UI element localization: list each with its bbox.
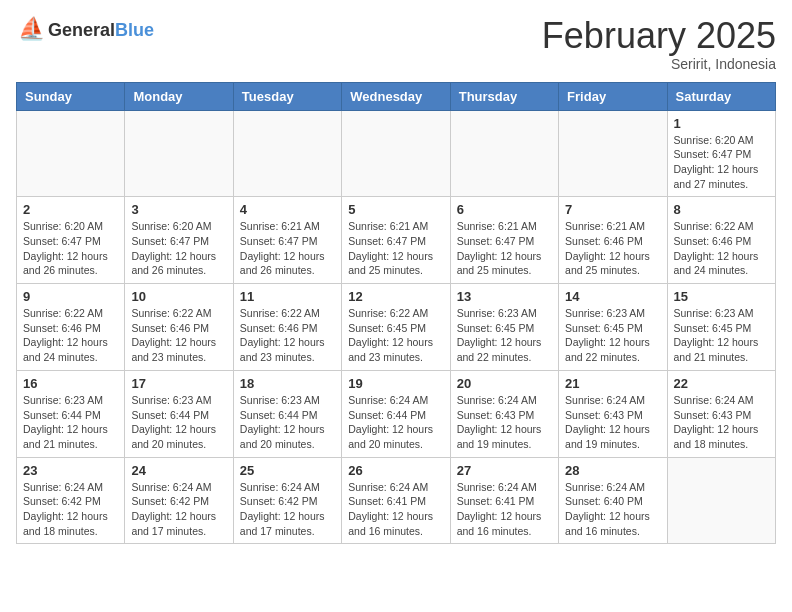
day-info: Sunrise: 6:21 AM Sunset: 6:47 PM Dayligh… bbox=[348, 219, 443, 278]
day-info: Sunrise: 6:24 AM Sunset: 6:42 PM Dayligh… bbox=[240, 480, 335, 539]
day-info: Sunrise: 6:20 AM Sunset: 6:47 PM Dayligh… bbox=[131, 219, 226, 278]
day-number: 20 bbox=[457, 376, 552, 391]
day-info: Sunrise: 6:24 AM Sunset: 6:40 PM Dayligh… bbox=[565, 480, 660, 539]
calendar-week-1: 1Sunrise: 6:20 AM Sunset: 6:47 PM Daylig… bbox=[17, 110, 776, 197]
calendar-cell: 21Sunrise: 6:24 AM Sunset: 6:43 PM Dayli… bbox=[559, 370, 667, 457]
calendar-cell bbox=[667, 457, 775, 544]
calendar-cell bbox=[450, 110, 558, 197]
calendar-cell: 17Sunrise: 6:23 AM Sunset: 6:44 PM Dayli… bbox=[125, 370, 233, 457]
day-info: Sunrise: 6:23 AM Sunset: 6:44 PM Dayligh… bbox=[240, 393, 335, 452]
weekday-header-sunday: Sunday bbox=[17, 82, 125, 110]
day-info: Sunrise: 6:23 AM Sunset: 6:45 PM Dayligh… bbox=[457, 306, 552, 365]
day-number: 6 bbox=[457, 202, 552, 217]
day-number: 7 bbox=[565, 202, 660, 217]
day-number: 16 bbox=[23, 376, 118, 391]
calendar-cell: 24Sunrise: 6:24 AM Sunset: 6:42 PM Dayli… bbox=[125, 457, 233, 544]
day-number: 15 bbox=[674, 289, 769, 304]
calendar-cell: 20Sunrise: 6:24 AM Sunset: 6:43 PM Dayli… bbox=[450, 370, 558, 457]
day-number: 26 bbox=[348, 463, 443, 478]
calendar-cell bbox=[233, 110, 341, 197]
day-info: Sunrise: 6:22 AM Sunset: 6:46 PM Dayligh… bbox=[674, 219, 769, 278]
day-number: 12 bbox=[348, 289, 443, 304]
calendar-table: SundayMondayTuesdayWednesdayThursdayFrid… bbox=[16, 82, 776, 545]
day-number: 1 bbox=[674, 116, 769, 131]
day-info: Sunrise: 6:22 AM Sunset: 6:46 PM Dayligh… bbox=[131, 306, 226, 365]
calendar-cell: 5Sunrise: 6:21 AM Sunset: 6:47 PM Daylig… bbox=[342, 197, 450, 284]
day-info: Sunrise: 6:24 AM Sunset: 6:42 PM Dayligh… bbox=[23, 480, 118, 539]
day-number: 14 bbox=[565, 289, 660, 304]
calendar-cell: 1Sunrise: 6:20 AM Sunset: 6:47 PM Daylig… bbox=[667, 110, 775, 197]
calendar-week-5: 23Sunrise: 6:24 AM Sunset: 6:42 PM Dayli… bbox=[17, 457, 776, 544]
day-info: Sunrise: 6:23 AM Sunset: 6:45 PM Dayligh… bbox=[674, 306, 769, 365]
day-number: 10 bbox=[131, 289, 226, 304]
day-number: 3 bbox=[131, 202, 226, 217]
day-info: Sunrise: 6:20 AM Sunset: 6:47 PM Dayligh… bbox=[674, 133, 769, 192]
day-number: 11 bbox=[240, 289, 335, 304]
logo-icon: ⛵ bbox=[16, 16, 44, 44]
svg-text:⛵: ⛵ bbox=[18, 16, 44, 42]
day-info: Sunrise: 6:24 AM Sunset: 6:43 PM Dayligh… bbox=[457, 393, 552, 452]
day-info: Sunrise: 6:23 AM Sunset: 6:44 PM Dayligh… bbox=[131, 393, 226, 452]
day-number: 21 bbox=[565, 376, 660, 391]
day-number: 23 bbox=[23, 463, 118, 478]
day-info: Sunrise: 6:21 AM Sunset: 6:47 PM Dayligh… bbox=[457, 219, 552, 278]
day-info: Sunrise: 6:24 AM Sunset: 6:41 PM Dayligh… bbox=[457, 480, 552, 539]
calendar-cell bbox=[559, 110, 667, 197]
calendar-week-2: 2Sunrise: 6:20 AM Sunset: 6:47 PM Daylig… bbox=[17, 197, 776, 284]
calendar-cell: 15Sunrise: 6:23 AM Sunset: 6:45 PM Dayli… bbox=[667, 284, 775, 371]
weekday-header-saturday: Saturday bbox=[667, 82, 775, 110]
calendar-cell: 26Sunrise: 6:24 AM Sunset: 6:41 PM Dayli… bbox=[342, 457, 450, 544]
logo-general: General bbox=[48, 20, 115, 40]
day-number: 19 bbox=[348, 376, 443, 391]
calendar-cell: 11Sunrise: 6:22 AM Sunset: 6:46 PM Dayli… bbox=[233, 284, 341, 371]
calendar-cell: 28Sunrise: 6:24 AM Sunset: 6:40 PM Dayli… bbox=[559, 457, 667, 544]
weekday-header-friday: Friday bbox=[559, 82, 667, 110]
title-block: February 2025 Seririt, Indonesia bbox=[542, 16, 776, 72]
day-info: Sunrise: 6:23 AM Sunset: 6:45 PM Dayligh… bbox=[565, 306, 660, 365]
calendar-cell: 4Sunrise: 6:21 AM Sunset: 6:47 PM Daylig… bbox=[233, 197, 341, 284]
calendar-cell: 3Sunrise: 6:20 AM Sunset: 6:47 PM Daylig… bbox=[125, 197, 233, 284]
day-number: 5 bbox=[348, 202, 443, 217]
weekday-header-monday: Monday bbox=[125, 82, 233, 110]
weekday-header-wednesday: Wednesday bbox=[342, 82, 450, 110]
day-info: Sunrise: 6:20 AM Sunset: 6:47 PM Dayligh… bbox=[23, 219, 118, 278]
day-info: Sunrise: 6:23 AM Sunset: 6:44 PM Dayligh… bbox=[23, 393, 118, 452]
calendar-cell: 16Sunrise: 6:23 AM Sunset: 6:44 PM Dayli… bbox=[17, 370, 125, 457]
day-info: Sunrise: 6:22 AM Sunset: 6:46 PM Dayligh… bbox=[23, 306, 118, 365]
calendar-cell: 23Sunrise: 6:24 AM Sunset: 6:42 PM Dayli… bbox=[17, 457, 125, 544]
day-info: Sunrise: 6:24 AM Sunset: 6:43 PM Dayligh… bbox=[565, 393, 660, 452]
calendar-cell: 8Sunrise: 6:22 AM Sunset: 6:46 PM Daylig… bbox=[667, 197, 775, 284]
calendar-cell: 2Sunrise: 6:20 AM Sunset: 6:47 PM Daylig… bbox=[17, 197, 125, 284]
calendar-cell: 18Sunrise: 6:23 AM Sunset: 6:44 PM Dayli… bbox=[233, 370, 341, 457]
day-number: 25 bbox=[240, 463, 335, 478]
day-number: 17 bbox=[131, 376, 226, 391]
calendar-cell bbox=[17, 110, 125, 197]
calendar-cell bbox=[342, 110, 450, 197]
day-info: Sunrise: 6:24 AM Sunset: 6:44 PM Dayligh… bbox=[348, 393, 443, 452]
calendar-week-3: 9Sunrise: 6:22 AM Sunset: 6:46 PM Daylig… bbox=[17, 284, 776, 371]
day-number: 2 bbox=[23, 202, 118, 217]
calendar-cell: 10Sunrise: 6:22 AM Sunset: 6:46 PM Dayli… bbox=[125, 284, 233, 371]
page-header: ⛵ GeneralBlue February 2025 Seririt, Ind… bbox=[16, 16, 776, 72]
weekday-header-tuesday: Tuesday bbox=[233, 82, 341, 110]
calendar-cell: 14Sunrise: 6:23 AM Sunset: 6:45 PM Dayli… bbox=[559, 284, 667, 371]
month-title: February 2025 bbox=[542, 16, 776, 56]
calendar-cell: 22Sunrise: 6:24 AM Sunset: 6:43 PM Dayli… bbox=[667, 370, 775, 457]
calendar-cell: 9Sunrise: 6:22 AM Sunset: 6:46 PM Daylig… bbox=[17, 284, 125, 371]
day-number: 27 bbox=[457, 463, 552, 478]
calendar-cell: 27Sunrise: 6:24 AM Sunset: 6:41 PM Dayli… bbox=[450, 457, 558, 544]
calendar-cell: 19Sunrise: 6:24 AM Sunset: 6:44 PM Dayli… bbox=[342, 370, 450, 457]
calendar-cell: 25Sunrise: 6:24 AM Sunset: 6:42 PM Dayli… bbox=[233, 457, 341, 544]
weekday-header-thursday: Thursday bbox=[450, 82, 558, 110]
calendar-cell: 7Sunrise: 6:21 AM Sunset: 6:46 PM Daylig… bbox=[559, 197, 667, 284]
calendar-cell: 13Sunrise: 6:23 AM Sunset: 6:45 PM Dayli… bbox=[450, 284, 558, 371]
day-info: Sunrise: 6:22 AM Sunset: 6:46 PM Dayligh… bbox=[240, 306, 335, 365]
day-info: Sunrise: 6:24 AM Sunset: 6:42 PM Dayligh… bbox=[131, 480, 226, 539]
day-number: 8 bbox=[674, 202, 769, 217]
day-number: 28 bbox=[565, 463, 660, 478]
calendar-cell bbox=[125, 110, 233, 197]
day-number: 4 bbox=[240, 202, 335, 217]
logo: ⛵ GeneralBlue bbox=[16, 16, 154, 44]
calendar-cell: 12Sunrise: 6:22 AM Sunset: 6:45 PM Dayli… bbox=[342, 284, 450, 371]
day-number: 9 bbox=[23, 289, 118, 304]
